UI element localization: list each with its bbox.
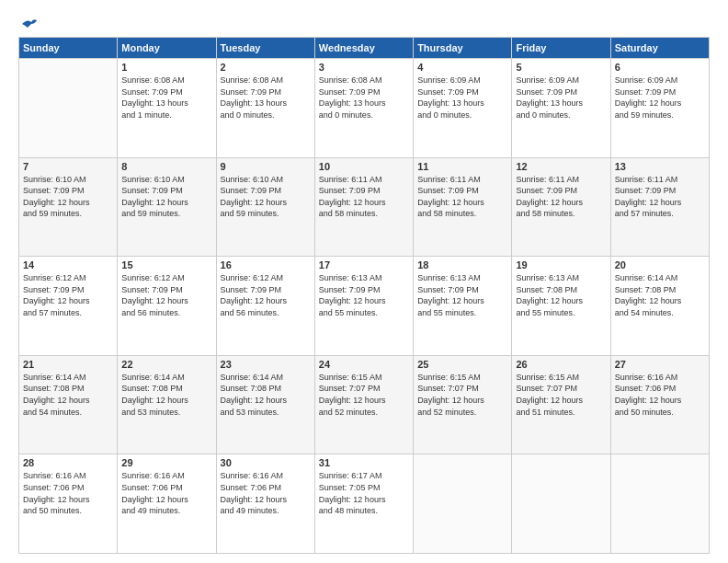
calendar-cell: 10Sunrise: 6:11 AM Sunset: 7:09 PM Dayli… [314,157,413,257]
day-info: Sunrise: 6:16 AM Sunset: 7:06 PM Dayligh… [615,372,705,418]
day-info: Sunrise: 6:17 AM Sunset: 7:05 PM Dayligh… [319,470,409,516]
calendar-cell: 14Sunrise: 6:12 AM Sunset: 7:09 PM Dayli… [19,257,118,356]
day-number: 13 [615,161,705,172]
day-number: 26 [516,359,606,370]
calendar-cell: 22Sunrise: 6:14 AM Sunset: 7:08 PM Dayli… [118,355,216,454]
day-number: 22 [121,359,211,370]
week-row-2: 7Sunrise: 6:10 AM Sunset: 7:09 PM Daylig… [19,157,710,257]
calendar-cell [19,59,118,158]
day-number: 30 [221,457,311,468]
week-row-1: 1Sunrise: 6:08 AM Sunset: 7:09 PM Daylig… [19,59,710,158]
day-info: Sunrise: 6:11 AM Sunset: 7:09 PM Dayligh… [516,174,606,220]
week-row-4: 21Sunrise: 6:14 AM Sunset: 7:08 PM Dayli… [19,355,710,454]
day-number: 10 [319,161,409,172]
day-number: 31 [319,457,409,468]
header [18,17,710,28]
day-info: Sunrise: 6:10 AM Sunset: 7:09 PM Dayligh… [221,174,311,220]
calendar-cell: 29Sunrise: 6:16 AM Sunset: 7:06 PM Dayli… [118,454,216,554]
calendar-cell: 11Sunrise: 6:11 AM Sunset: 7:09 PM Dayli… [414,157,512,257]
day-info: Sunrise: 6:13 AM Sunset: 7:09 PM Dayligh… [319,272,409,318]
calendar-cell: 9Sunrise: 6:10 AM Sunset: 7:09 PM Daylig… [216,157,314,257]
day-info: Sunrise: 6:14 AM Sunset: 7:08 PM Dayligh… [121,372,211,418]
day-number: 5 [516,62,606,73]
weekday-header-thursday: Thursday [414,38,512,59]
logo-text [18,17,39,31]
day-info: Sunrise: 6:14 AM Sunset: 7:08 PM Dayligh… [221,372,311,418]
day-number: 17 [319,259,409,270]
day-number: 29 [121,457,211,468]
weekday-header-monday: Monday [118,38,216,59]
day-info: Sunrise: 6:14 AM Sunset: 7:08 PM Dayligh… [23,372,113,418]
weekday-header-friday: Friday [512,38,610,59]
day-number: 24 [319,359,409,370]
day-info: Sunrise: 6:08 AM Sunset: 7:09 PM Dayligh… [221,75,311,121]
calendar-cell: 31Sunrise: 6:17 AM Sunset: 7:05 PM Dayli… [314,454,413,554]
day-info: Sunrise: 6:15 AM Sunset: 7:07 PM Dayligh… [516,372,606,418]
calendar-cell: 5Sunrise: 6:09 AM Sunset: 7:09 PM Daylig… [512,59,610,158]
week-row-3: 14Sunrise: 6:12 AM Sunset: 7:09 PM Dayli… [19,257,710,356]
day-number: 16 [221,259,311,270]
calendar-cell: 21Sunrise: 6:14 AM Sunset: 7:08 PM Dayli… [19,355,118,454]
week-row-5: 28Sunrise: 6:16 AM Sunset: 7:06 PM Dayli… [19,454,710,554]
day-info: Sunrise: 6:14 AM Sunset: 7:08 PM Dayligh… [615,272,705,318]
calendar-cell: 8Sunrise: 6:10 AM Sunset: 7:09 PM Daylig… [118,157,216,257]
calendar-cell [512,454,610,554]
day-number: 15 [121,259,211,270]
day-number: 12 [516,161,606,172]
day-number: 9 [221,161,311,172]
day-info: Sunrise: 6:11 AM Sunset: 7:09 PM Dayligh… [615,174,705,220]
calendar-cell: 4Sunrise: 6:09 AM Sunset: 7:09 PM Daylig… [414,59,512,158]
day-info: Sunrise: 6:13 AM Sunset: 7:09 PM Dayligh… [417,272,507,318]
calendar-cell: 12Sunrise: 6:11 AM Sunset: 7:09 PM Dayli… [512,157,610,257]
day-info: Sunrise: 6:10 AM Sunset: 7:09 PM Dayligh… [23,174,113,220]
day-info: Sunrise: 6:10 AM Sunset: 7:09 PM Dayligh… [121,174,211,220]
calendar-cell: 6Sunrise: 6:09 AM Sunset: 7:09 PM Daylig… [610,59,709,158]
day-info: Sunrise: 6:13 AM Sunset: 7:08 PM Dayligh… [516,272,606,318]
day-info: Sunrise: 6:16 AM Sunset: 7:06 PM Dayligh… [121,470,211,516]
calendar-table: SundayMondayTuesdayWednesdayThursdayFrid… [18,37,710,554]
day-info: Sunrise: 6:09 AM Sunset: 7:09 PM Dayligh… [615,75,705,121]
day-number: 21 [23,359,113,370]
day-info: Sunrise: 6:11 AM Sunset: 7:09 PM Dayligh… [319,174,409,220]
day-number: 2 [221,62,311,73]
day-info: Sunrise: 6:08 AM Sunset: 7:09 PM Dayligh… [319,75,409,121]
weekday-header-tuesday: Tuesday [216,38,314,59]
calendar-cell: 16Sunrise: 6:12 AM Sunset: 7:09 PM Dayli… [216,257,314,356]
calendar-cell: 2Sunrise: 6:08 AM Sunset: 7:09 PM Daylig… [216,59,314,158]
calendar-cell: 25Sunrise: 6:15 AM Sunset: 7:07 PM Dayli… [414,355,512,454]
calendar-cell: 28Sunrise: 6:16 AM Sunset: 7:06 PM Dayli… [19,454,118,554]
day-number: 3 [319,62,409,73]
logo-bird-icon [20,17,39,31]
day-number: 27 [615,359,705,370]
day-number: 19 [516,259,606,270]
day-number: 6 [615,62,705,73]
calendar-cell: 23Sunrise: 6:14 AM Sunset: 7:08 PM Dayli… [216,355,314,454]
calendar-cell: 13Sunrise: 6:11 AM Sunset: 7:09 PM Dayli… [610,157,709,257]
day-info: Sunrise: 6:12 AM Sunset: 7:09 PM Dayligh… [23,272,113,318]
day-number: 28 [23,457,113,468]
day-number: 25 [417,359,507,370]
day-number: 7 [23,161,113,172]
day-number: 1 [121,62,211,73]
weekday-header-wednesday: Wednesday [314,38,413,59]
day-info: Sunrise: 6:15 AM Sunset: 7:07 PM Dayligh… [417,372,507,418]
page: SundayMondayTuesdayWednesdayThursdayFrid… [0,0,728,563]
calendar-cell: 18Sunrise: 6:13 AM Sunset: 7:09 PM Dayli… [414,257,512,356]
day-number: 11 [417,161,507,172]
calendar-cell: 7Sunrise: 6:10 AM Sunset: 7:09 PM Daylig… [19,157,118,257]
calendar-cell [610,454,709,554]
calendar-cell: 3Sunrise: 6:08 AM Sunset: 7:09 PM Daylig… [314,59,413,158]
day-info: Sunrise: 6:15 AM Sunset: 7:07 PM Dayligh… [319,372,409,418]
day-info: Sunrise: 6:11 AM Sunset: 7:09 PM Dayligh… [417,174,507,220]
day-number: 14 [23,259,113,270]
calendar-cell: 30Sunrise: 6:16 AM Sunset: 7:06 PM Dayli… [216,454,314,554]
calendar-cell [414,454,512,554]
calendar-cell: 20Sunrise: 6:14 AM Sunset: 7:08 PM Dayli… [610,257,709,356]
day-number: 20 [615,259,705,270]
day-number: 18 [417,259,507,270]
calendar-cell: 24Sunrise: 6:15 AM Sunset: 7:07 PM Dayli… [314,355,413,454]
weekday-header-saturday: Saturday [610,38,709,59]
day-info: Sunrise: 6:08 AM Sunset: 7:09 PM Dayligh… [121,75,211,121]
day-info: Sunrise: 6:16 AM Sunset: 7:06 PM Dayligh… [221,470,311,516]
day-number: 23 [221,359,311,370]
